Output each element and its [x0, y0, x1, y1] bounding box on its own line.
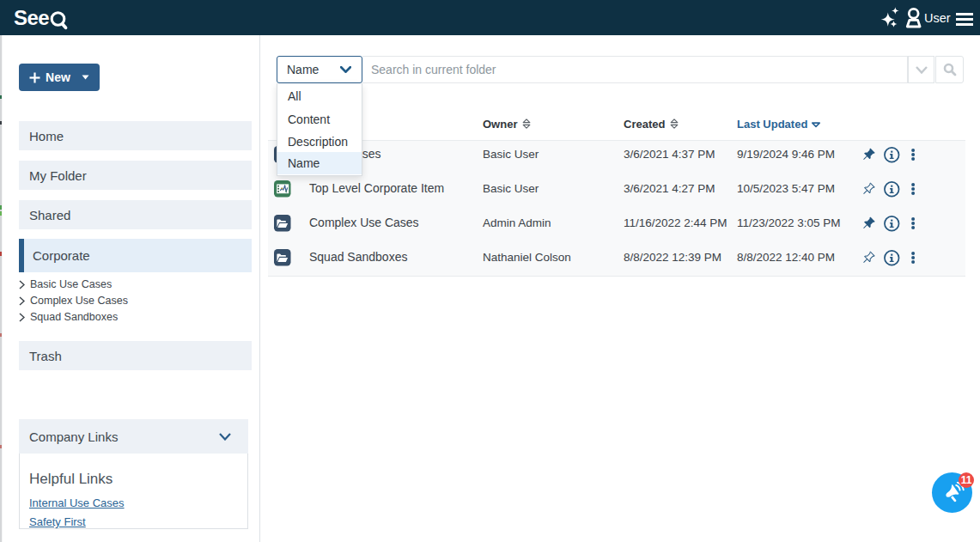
svg-text:See: See: [14, 6, 49, 29]
